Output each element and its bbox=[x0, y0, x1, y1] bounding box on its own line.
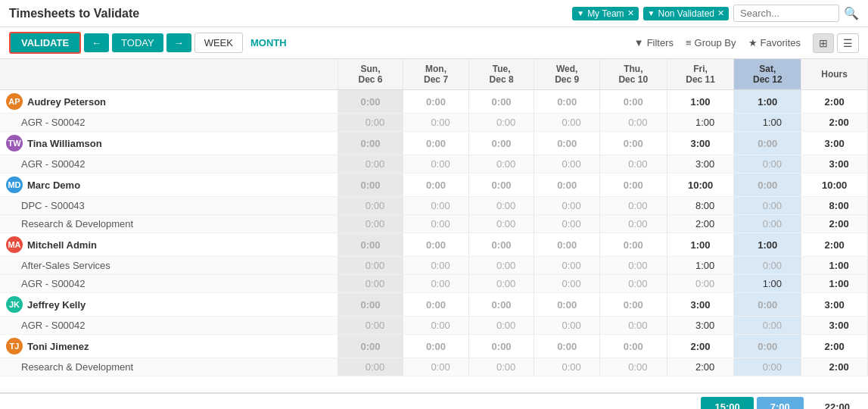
table-wrap: Sun,Dec 6 Mon,Dec 7 Tue,Dec 8 Wed,Dec 9 … bbox=[0, 59, 868, 392]
cell-tue: 0:00 bbox=[468, 335, 534, 358]
cell-sun: 0:00 bbox=[338, 358, 403, 376]
cell-hours: 2:00 bbox=[801, 114, 868, 132]
cell-thu: 0:00 bbox=[599, 197, 667, 215]
person-label: Toni Jimenez bbox=[27, 341, 89, 352]
cell-sun: 0:00 bbox=[338, 317, 403, 335]
cell-mon: 0:00 bbox=[403, 257, 469, 275]
cell-tue: 0:00 bbox=[468, 275, 534, 293]
grid-view-button[interactable]: ⊞ bbox=[813, 33, 834, 53]
cell-thu: 0:00 bbox=[599, 233, 667, 257]
cell-sun: 0:00 bbox=[338, 90, 403, 114]
cell-sun: 0:00 bbox=[338, 114, 403, 132]
list-view-button[interactable]: ☰ bbox=[837, 33, 859, 53]
sub-row[interactable]: Research & Development0:000:000:000:000:… bbox=[0, 215, 868, 233]
week-button[interactable]: WEEK bbox=[194, 33, 243, 53]
sub-row[interactable]: AGR - S000420:000:000:000:000:003:000:00… bbox=[0, 155, 868, 173]
cell-hours: 3:00 bbox=[801, 317, 868, 335]
footer-sat-total: 7:00 bbox=[757, 397, 804, 409]
cell-sat: 1:00 bbox=[734, 90, 801, 114]
cell-tue: 0:00 bbox=[468, 233, 534, 257]
cell-fri: 0:00 bbox=[667, 275, 734, 293]
cell-fri: 1:00 bbox=[667, 233, 734, 257]
cell-fri: 3:00 bbox=[667, 293, 734, 317]
col-tue: Tue,Dec 8 bbox=[468, 59, 534, 90]
cell-hours: 3:00 bbox=[801, 132, 868, 155]
person-row[interactable]: MDMarc Demo0:000:000:000:000:0010:000:00… bbox=[0, 173, 868, 197]
cell-fri: 1:00 bbox=[667, 90, 734, 114]
cell-mon: 0:00 bbox=[403, 132, 469, 155]
search-input[interactable] bbox=[733, 5, 839, 22]
person-label: Audrey Peterson bbox=[27, 96, 106, 108]
cell-thu: 0:00 bbox=[599, 317, 667, 335]
person-name: TJToni Jimenez bbox=[6, 338, 331, 354]
col-mon: Mon,Dec 7 bbox=[403, 59, 469, 90]
validate-button[interactable]: VALIDATE bbox=[9, 32, 81, 54]
next-button[interactable]: → bbox=[166, 33, 191, 52]
cell-wed: 0:00 bbox=[534, 293, 600, 317]
sub-row[interactable]: Research & Development0:000:000:000:000:… bbox=[0, 358, 868, 376]
filter-icon3: ▼ bbox=[634, 37, 644, 48]
person-row[interactable]: JKJeffrey Kelly0:000:000:000:000:003:000… bbox=[0, 293, 868, 317]
cell-hours: 1:00 bbox=[801, 257, 868, 275]
filter-non-validated-remove[interactable]: ✕ bbox=[717, 8, 724, 18]
cell-thu: 0:00 bbox=[599, 358, 667, 376]
filter-my-team-remove[interactable]: ✕ bbox=[627, 8, 634, 18]
search-button[interactable]: 🔍 bbox=[844, 6, 859, 20]
person-row[interactable]: MAMitchell Admin0:000:000:000:000:001:00… bbox=[0, 233, 868, 257]
cell-tue: 0:00 bbox=[468, 257, 534, 275]
cell-wed: 0:00 bbox=[534, 257, 600, 275]
cell-sun: 0:00 bbox=[338, 257, 403, 275]
cell-fri: 3:00 bbox=[667, 317, 734, 335]
sub-label: AGR - S00042 bbox=[21, 117, 86, 128]
col-fri: Fri,Dec 11 bbox=[667, 59, 734, 90]
cell-tue: 0:00 bbox=[468, 173, 534, 197]
cell-wed: 0:00 bbox=[534, 114, 600, 132]
filter-non-validated-tag[interactable]: ▼ Non Validated ✕ bbox=[643, 7, 729, 20]
toolbar: VALIDATE ← TODAY → WEEK MONTH ▼ Filters … bbox=[0, 27, 868, 59]
cell-wed: 0:00 bbox=[534, 173, 600, 197]
cell-thu: 0:00 bbox=[599, 257, 667, 275]
cell-sun: 0:00 bbox=[338, 155, 403, 173]
filter-my-team-tag[interactable]: ▼ My Team ✕ bbox=[572, 7, 638, 20]
sub-row[interactable]: AGR - S000420:000:000:000:000:000:001:00… bbox=[0, 275, 868, 293]
cell-mon: 0:00 bbox=[403, 358, 469, 376]
person-label: Marc Demo bbox=[27, 180, 80, 191]
person-row[interactable]: TJToni Jimenez0:000:000:000:000:002:000:… bbox=[0, 335, 868, 358]
person-row[interactable]: APAudrey Peterson0:000:000:000:000:001:0… bbox=[0, 90, 868, 114]
cell-wed: 0:00 bbox=[534, 233, 600, 257]
sub-label: Research & Development bbox=[21, 218, 133, 229]
toolbar-left: VALIDATE ← TODAY → WEEK MONTH bbox=[9, 32, 291, 54]
sub-row[interactable]: AGR - S000420:000:000:000:000:003:000:00… bbox=[0, 317, 868, 335]
cell-sun: 0:00 bbox=[338, 173, 403, 197]
person-name: MDMarc Demo bbox=[6, 176, 331, 193]
sub-row[interactable]: DPC - S000430:000:000:000:000:008:000:00… bbox=[0, 197, 868, 215]
timesheet-table: Sun,Dec 6 Mon,Dec 7 Tue,Dec 8 Wed,Dec 9 … bbox=[0, 59, 868, 376]
cell-tue: 0:00 bbox=[468, 90, 534, 114]
month-button[interactable]: MONTH bbox=[246, 33, 291, 52]
col-thu: Thu,Dec 10 bbox=[599, 59, 667, 90]
prev-button[interactable]: ← bbox=[84, 33, 109, 52]
sub-label: AGR - S00042 bbox=[21, 320, 86, 331]
cell-wed: 0:00 bbox=[534, 275, 600, 293]
person-row[interactable]: TWTina Williamson0:000:000:000:000:003:0… bbox=[0, 132, 868, 155]
cell-sun: 0:00 bbox=[338, 275, 403, 293]
filters-button[interactable]: ▼ Filters bbox=[634, 37, 674, 48]
today-button[interactable]: TODAY bbox=[112, 33, 163, 52]
page-title: Timesheets to Validate bbox=[9, 7, 139, 20]
sub-row[interactable]: After-Sales Services0:000:000:000:000:00… bbox=[0, 257, 868, 275]
group-by-icon: ≡ bbox=[686, 37, 692, 48]
group-by-button[interactable]: ≡ Group By bbox=[686, 37, 736, 48]
cell-thu: 0:00 bbox=[599, 215, 667, 233]
person-label: Mitchell Admin bbox=[27, 239, 97, 251]
cell-fri: 2:00 bbox=[667, 358, 734, 376]
sub-row[interactable]: AGR - S000420:000:000:000:000:001:001:00… bbox=[0, 114, 868, 132]
cell-mon: 0:00 bbox=[403, 114, 469, 132]
cell-hours: 3:00 bbox=[801, 293, 868, 317]
favorites-button[interactable]: ★ Favorites bbox=[748, 37, 801, 48]
cell-mon: 0:00 bbox=[403, 173, 469, 197]
footer-grand-total: 22:00 bbox=[807, 397, 868, 409]
cell-sat: 1:00 bbox=[734, 275, 801, 293]
cell-wed: 0:00 bbox=[534, 317, 600, 335]
cell-tue: 0:00 bbox=[468, 114, 534, 132]
cell-mon: 0:00 bbox=[403, 233, 469, 257]
